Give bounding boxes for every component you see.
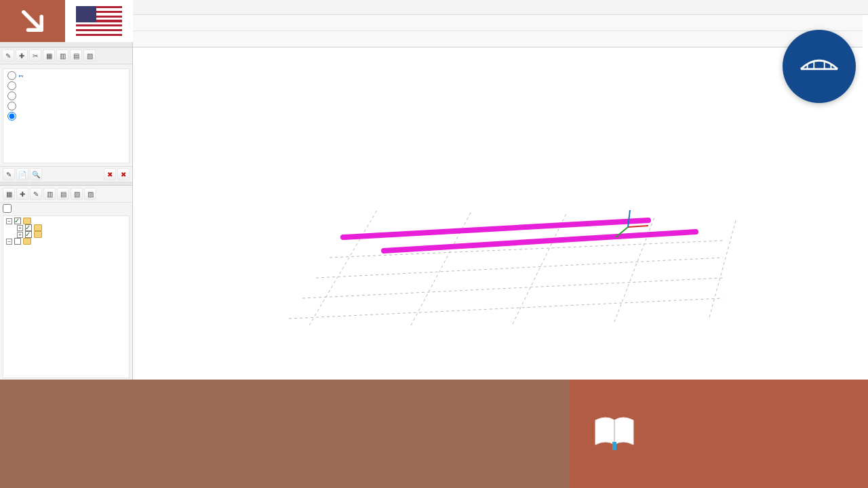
banner-left	[0, 380, 570, 488]
toolbar-icon[interactable]: ✎	[3, 168, 15, 180]
top-left-overlay	[0, 0, 133, 42]
toolbar-icon[interactable]: ✎	[30, 188, 42, 200]
bottom-banner	[0, 380, 868, 488]
toolbar-icon[interactable]: ▨	[84, 188, 96, 200]
toolbar-icon[interactable]: ▦	[43, 49, 55, 62]
application-window: ✎ ✚ ✂ ▦ ▥ ▤ ▧ ✎ 📄 🔍	[0, 0, 868, 380]
tree-item[interactable]: −	[6, 238, 127, 245]
delete-icon[interactable]: ✖	[117, 168, 130, 180]
svg-line-7	[614, 216, 655, 322]
toolbar-row-1	[133, 15, 863, 31]
svg-line-0	[289, 298, 723, 319]
toolbar-icon[interactable]: ✂	[29, 49, 41, 62]
visibility-tree: − + + −	[3, 216, 130, 378]
tree-item[interactable]: −	[6, 218, 127, 224]
book-icon	[593, 415, 636, 453]
svg-line-8	[709, 218, 736, 317]
visibility-toolbar: ▦ ✚ ✎ ▥ ▤ ▧ ▨	[0, 186, 132, 203]
toolbar-icon[interactable]: 🔍	[30, 168, 42, 180]
svg-line-2	[316, 258, 723, 278]
arrow-icon	[0, 0, 65, 42]
toolbar-icon[interactable]: ▥	[43, 188, 56, 200]
svg-line-5	[411, 210, 472, 325]
toolbar-icon[interactable]: ✚	[16, 49, 28, 62]
svg-line-12	[628, 210, 630, 227]
toolbar-icon[interactable]: ▤	[57, 188, 69, 200]
banner-right	[570, 380, 868, 488]
toolbar-icon[interactable]: ▧	[71, 188, 83, 200]
toolbar-icon[interactable]: ▧	[83, 49, 96, 62]
view-option[interactable]	[7, 111, 125, 121]
svg-line-1	[302, 278, 723, 298]
toolbar-row-2	[133, 31, 863, 47]
model-viewport[interactable]	[133, 47, 868, 380]
view-option[interactable]	[7, 81, 125, 91]
view-option[interactable]	[7, 70, 125, 81]
view-option[interactable]	[7, 91, 125, 101]
tree-item[interactable]: +	[17, 231, 127, 238]
view-option[interactable]	[7, 101, 125, 111]
svg-line-9	[343, 220, 648, 237]
delete-icon[interactable]: ✖	[104, 168, 116, 180]
views-panel-footer: ✎ 📄 🔍 ✖ ✖	[0, 166, 132, 182]
brand-badge	[783, 30, 856, 103]
toolbar-icon[interactable]: ✎	[2, 49, 14, 62]
views-heading	[0, 64, 132, 67]
visibility-master-check[interactable]	[0, 203, 132, 214]
views-panel-toolbar: ✎ ✚ ✂ ▦ ▥ ▤ ▧	[0, 47, 132, 64]
toolbar-icon[interactable]: ▥	[56, 49, 68, 62]
tree-item[interactable]: +	[17, 224, 127, 231]
toolbar-icon[interactable]: ▤	[70, 49, 82, 62]
bridge-icon	[800, 56, 839, 76]
svg-line-11	[628, 226, 648, 227]
views-radio-list	[3, 68, 130, 163]
menu-bar	[133, 0, 868, 15]
svg-rect-19	[612, 442, 616, 450]
svg-line-4	[309, 210, 377, 325]
toolbar-icon[interactable]: ▦	[3, 188, 15, 200]
left-panel: ✎ ✚ ✂ ▦ ▥ ▤ ▧ ✎ 📄 🔍	[0, 47, 133, 380]
toolbar-icon[interactable]: ✚	[16, 188, 28, 200]
toolbar-icon[interactable]: 📄	[16, 168, 28, 180]
flag-us-icon	[65, 0, 133, 42]
